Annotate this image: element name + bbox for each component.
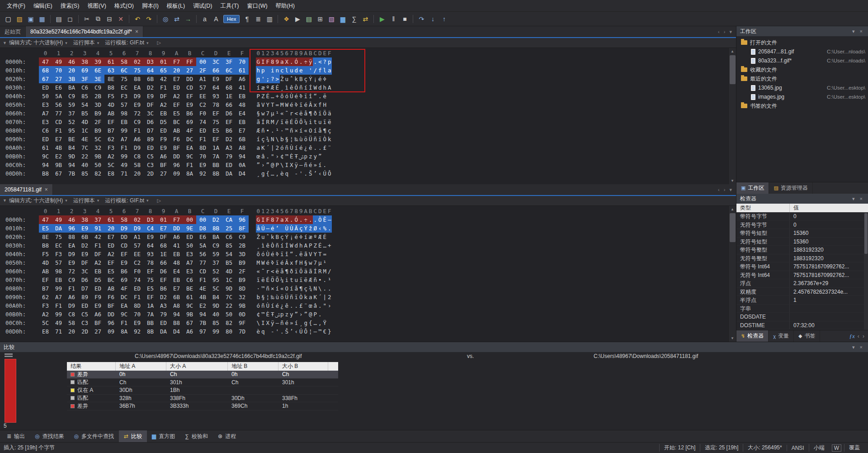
hex-byte[interactable]: F1 [131, 293, 144, 301]
ascii-char[interactable]: ð [313, 109, 318, 118]
fx-icon[interactable]: ƒx [846, 333, 857, 340]
hex-byte[interactable]: D6 [78, 276, 91, 284]
hex-byte[interactable]: 1E [222, 92, 236, 100]
hex-row[interactable]: 0080h:B799F1D7EDAB4FEDE5B6E7BE4E5C9D8D·™… [0, 284, 728, 293]
scroll-thumb[interactable] [730, 55, 736, 84]
hex-byte[interactable]: 02 [131, 57, 144, 66]
ascii-char[interactable]: . [289, 215, 294, 224]
ascii-char[interactable]: . [299, 215, 304, 224]
ascii-char[interactable]: y [289, 310, 294, 319]
ascii-char[interactable]: ë [261, 276, 266, 284]
ascii-char[interactable]: ” [294, 310, 299, 319]
ascii-char[interactable]: . [280, 327, 285, 336]
hex-byte[interactable]: 9B [236, 301, 249, 310]
hex-byte[interactable]: F7 [170, 57, 183, 66]
hex-byte[interactable]: ED [131, 284, 144, 293]
menu-item[interactable]: 工具(T) [217, 0, 243, 12]
hex-byte[interactable]: 9C [118, 310, 131, 319]
hex-byte[interactable]: D4 [236, 169, 249, 178]
ascii-char[interactable]: \ [256, 319, 261, 327]
hex-byte[interactable]: 69 [183, 118, 196, 126]
menu-item[interactable]: 格式(O) [110, 0, 138, 12]
hex-byte[interactable]: EE [196, 92, 209, 100]
ascii-char[interactable]: ï [303, 92, 308, 100]
hex-byte[interactable]: EF [39, 276, 52, 284]
hex-byte[interactable]: B9 [236, 258, 249, 267]
workspace-file[interactable]: 205847...81.gifC:\User...nloads\ [736, 47, 868, 56]
hex-byte[interactable]: CD [52, 118, 65, 126]
hex-byte[interactable]: 1C [222, 276, 236, 284]
ascii-char[interactable]: P [256, 92, 261, 100]
hex-byte[interactable]: 75 [131, 66, 144, 75]
hex-byte[interactable]: 20 [131, 169, 144, 178]
hex-byte[interactable]: F7 [170, 215, 183, 224]
ascii-char[interactable]: . [318, 310, 323, 319]
ascii-char[interactable]: ö [280, 293, 285, 301]
ascii-char[interactable]: A [327, 83, 332, 92]
ascii-char[interactable]: Ù [289, 92, 294, 100]
ascii-char[interactable]: z [308, 152, 313, 161]
hex-byte[interactable]: 9D [65, 152, 78, 161]
hex-byte[interactable]: 37 [65, 109, 78, 118]
ascii-char[interactable]: ë [327, 118, 332, 126]
hex-byte[interactable]: 2F [91, 118, 104, 126]
hex-byte[interactable]: EF [183, 92, 196, 100]
hex-byte[interactable]: A7 [39, 109, 52, 118]
hex-byte[interactable]: ED [157, 126, 170, 135]
ascii-char[interactable]: ä [327, 109, 332, 118]
ascii-char[interactable]: æ [308, 233, 313, 241]
ascii-char[interactable]: b [280, 135, 285, 143]
hex-byte[interactable]: E9 [91, 301, 104, 310]
scroll-down-icon[interactable]: ▼ [729, 177, 736, 184]
checksum-icon[interactable]: ∑ [349, 14, 359, 24]
ascii-char[interactable]: ë [284, 118, 289, 126]
hex-byte[interactable]: 6B [236, 135, 249, 143]
hex-byte[interactable]: 2B [91, 92, 104, 100]
ascii-char[interactable]: ï [322, 118, 327, 126]
ascii-char[interactable]: ï [299, 100, 304, 109]
hex-row[interactable]: 0060h:A77737B5B9AB98723CEBE5B6F0EFD6E4§w… [0, 109, 728, 118]
ascii-char[interactable]: Í [261, 118, 266, 126]
ascii-char[interactable]: ? [322, 57, 327, 66]
ascii-char[interactable]: = [322, 250, 327, 258]
compare-row[interactable]: 差异36B7h3B333h369Ch1h [67, 402, 338, 410]
inspector-row[interactable]: 无符号字节0 [736, 221, 868, 229]
ascii-char[interactable]: ” [318, 152, 323, 161]
ascii-char[interactable]: « [303, 126, 308, 135]
ascii-char[interactable]: < [270, 267, 275, 276]
ascii-char[interactable]: Ú [299, 327, 304, 336]
ascii-char[interactable]: ó [280, 143, 285, 152]
inspector-row[interactable]: 浮点2.367367e+29 [736, 279, 868, 288]
ascii-char[interactable]: ÿ [294, 161, 299, 169]
ascii-char[interactable]: X [289, 161, 294, 169]
ascii-char[interactable]: \ [275, 135, 280, 143]
ascii-char[interactable]: A [303, 241, 308, 250]
hex-byte[interactable]: C9 [209, 241, 222, 250]
ascii-char[interactable]: q [261, 327, 266, 336]
ascii-char[interactable]: Y [313, 250, 318, 258]
run-template-play-icon[interactable]: ▷ [157, 40, 161, 46]
run-template-icon[interactable]: ▤ [303, 14, 314, 24]
menu-item[interactable]: 窗口(W) [243, 0, 271, 12]
hex-byte[interactable]: B5 [222, 258, 236, 267]
hex-byte[interactable]: 4E [196, 284, 209, 293]
hex-byte[interactable]: 72 [131, 109, 144, 118]
hex-byte[interactable]: 54 [222, 250, 236, 258]
hex-row[interactable]: 0030h:B8ECEAD2F1EDCD57646841505AC9852B¸ì… [0, 241, 728, 250]
hex-byte[interactable]: 20 [65, 66, 78, 75]
hex-byte[interactable]: C9 [65, 92, 78, 100]
hex-byte[interactable]: DA [157, 327, 170, 336]
ascii-char[interactable]: B [299, 75, 304, 83]
hex-byte[interactable]: 1A [144, 301, 157, 310]
ascii-char[interactable] [289, 169, 294, 178]
ascii-char[interactable]: k [294, 75, 299, 83]
ascii-char[interactable]: Ó [294, 57, 299, 66]
hex-byte[interactable]: 93 [209, 92, 222, 100]
scrollbar-1[interactable]: ▲ ▼ [728, 48, 736, 184]
hex-byte[interactable]: DF [222, 75, 236, 83]
ascii-char[interactable]: Y [265, 100, 270, 109]
hex-byte[interactable]: 64 [144, 241, 157, 250]
workspace-file[interactable]: 13065.jpgC:\User...esktop\ [736, 83, 868, 92]
ascii-char[interactable]: y [313, 152, 318, 161]
hex-byte[interactable]: 25 [222, 224, 236, 233]
